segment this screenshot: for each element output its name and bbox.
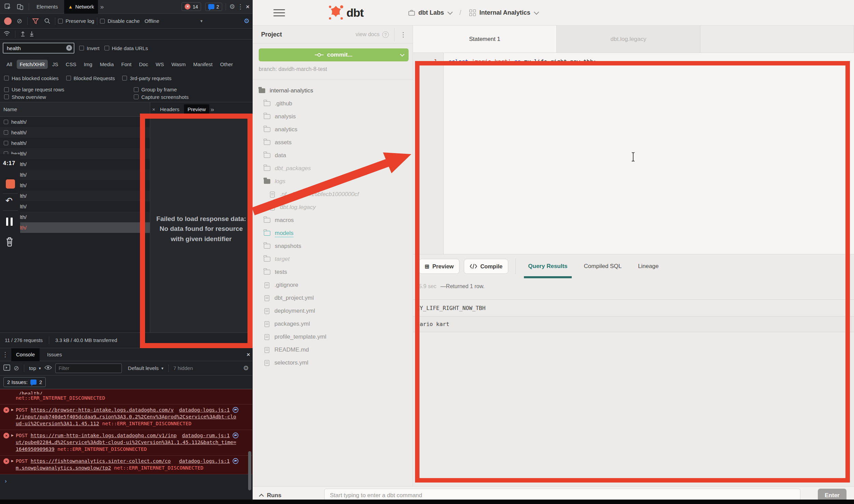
console-sidebar-icon[interactable] [3,365,10,372]
error-source-link[interactable]: datadog-logs.js:1 [179,406,230,413]
request-row[interactable]: health/ [0,117,150,127]
account-switcher[interactable]: dbt Labs / Internal Analytics [408,9,538,17]
expand-triangle-icon[interactable]: ▶ [11,406,14,413]
has-blocked-cookies-checkbox[interactable]: Has blocked cookies [4,75,59,81]
device-toolbar-icon[interactable] [15,2,25,12]
tree-item-internal-analytics[interactable]: internal-analytics [253,84,413,97]
console-filter-input[interactable] [55,364,122,373]
tree-item-assets[interactable]: assets [253,136,413,149]
kebab-menu-icon[interactable]: ⋮ [237,3,244,11]
preview-button[interactable]: ⊞ Preview [419,259,459,274]
issue-info-icon[interactable] [232,407,239,413]
tree-item-packages-yml[interactable]: packages.yml [253,317,413,330]
tree-item-snapshots[interactable]: snapshots [253,240,413,253]
tree-item-dbt-log-legacy[interactable]: dbt.log.legacy [253,201,413,214]
preserve-log-checkbox[interactable]: Preserve log [58,18,94,24]
hamburger-menu-icon[interactable] [273,9,285,16]
console-error[interactable]: × ▶ datadog-rum.js:1 POST https://rum-ht… [0,430,252,456]
runs-toggle[interactable]: Runs [260,492,282,499]
results-row[interactable]: mario kart [413,316,854,332]
tree-item-github[interactable]: .github [253,97,413,110]
tree-item-deployment-yml[interactable]: deployment.yml [253,305,413,317]
use-large-rows-checkbox[interactable]: Use large request rows [4,87,64,92]
stop-recording-button[interactable] [6,179,15,189]
tab-statement-1[interactable]: Statement 1 [413,26,557,53]
tab-elements[interactable]: Elements [32,0,62,14]
chip-img[interactable]: Img [81,60,95,69]
expand-triangle-icon[interactable]: ▶ [11,432,14,439]
request-name-header[interactable]: Name [0,102,150,117]
chip-wasm[interactable]: Wasm [168,60,189,69]
chip-all[interactable]: All [3,60,15,69]
tree-item-readme-md[interactable]: README.md [253,343,413,356]
close-console-icon[interactable]: × [246,351,250,358]
request-row[interactable]: health/ [0,201,150,212]
invert-checkbox[interactable]: Invert [79,45,100,51]
group-by-frame-checkbox[interactable]: Group by frame [134,87,177,92]
throttling-dropdown-icon[interactable]: ▾ [200,18,203,24]
console-error[interactable]: × ▶ datadog-logs.js:1 POST https://fisht… [0,456,252,474]
sql-editor[interactable]: 1 select 'mario kart' as my_life_right_n… [413,53,854,254]
tab-lineage[interactable]: Lineage [630,254,667,278]
clear-console-icon[interactable]: ⊘ [14,364,19,372]
project-kebab-icon[interactable]: ⋮ [394,28,408,41]
disable-cache-checkbox[interactable]: Disable cache [100,18,140,24]
tree-item-dbt-packages[interactable]: dbt_packages [253,162,413,175]
expand-triangle-icon[interactable]: ▶ [11,458,14,464]
compile-button[interactable]: Compile [464,259,508,274]
blocked-requests-checkbox[interactable]: Blocked Requests [66,75,115,81]
request-row[interactable]: health/ [0,191,150,201]
error-source-link[interactable]: datadog-rum.js:1 [182,432,230,439]
console-kebab-icon[interactable]: ⋮ [2,351,9,358]
record-icon[interactable] [3,16,13,26]
chip-fetch-xhr[interactable]: Fetch/XHR [17,60,48,69]
tree-item-gitignore[interactable]: .gitignore [253,279,413,292]
tab-dbt-log-legacy[interactable]: dbt.log.legacy [557,26,700,53]
chip-doc[interactable]: Doc [136,60,151,69]
tree-item-profile-template-yml[interactable]: profile_template.yml [253,330,413,343]
network-conditions-icon[interactable] [3,31,10,37]
request-checkbox[interactable] [4,120,8,124]
issue-info-icon[interactable] [232,458,239,464]
commit-dropdown-icon[interactable] [400,52,404,57]
tree-item-tests[interactable]: tests [253,266,413,279]
delete-recording-icon[interactable] [5,237,20,248]
code-line[interactable]: select 'mario kart' as my_life_right_now… [444,53,596,254]
hide-data-urls-checkbox[interactable]: Hide data URLs [104,45,148,51]
settings-gear-icon[interactable]: ⚙ [229,3,235,11]
more-tabs-icon[interactable]: » [100,3,104,11]
capture-screenshots-checkbox[interactable]: Capture screenshots [134,94,188,100]
throttling-select[interactable]: Offline [144,18,159,24]
restart-recording-icon[interactable]: ↶ [5,196,20,206]
request-row[interactable]: health/ [0,212,150,222]
tab-console[interactable]: Console [11,348,40,361]
chip-css[interactable]: CSS [63,60,80,69]
third-party-requests-checkbox[interactable]: 3rd-party requests [122,75,171,81]
export-har-icon[interactable] [29,31,34,38]
tree-item-analysis[interactable]: analysis [253,110,413,123]
tree-item-analytics[interactable]: analytics [253,123,413,136]
chip-font[interactable]: Font [118,60,134,69]
error-url-link[interactable]: …/health/ [16,391,43,395]
network-filter-input[interactable] [3,43,74,54]
close-detail-icon[interactable]: × [152,106,155,112]
more-detail-tabs-icon[interactable]: » [211,106,214,113]
error-source-link[interactable]: datadog-logs.js:1 [179,458,230,464]
clear-filter-icon[interactable]: × [66,45,72,51]
chip-manifest[interactable]: Manifest [190,60,216,69]
tab-preview[interactable]: Preview [184,104,209,114]
log-levels-select[interactable]: Default levels▾ [128,365,163,371]
chip-other[interactable]: Other [217,60,236,69]
issues-pill[interactable]: 2 Issues: 2 [3,377,46,387]
tree-item-target[interactable]: target [253,253,413,266]
close-devtools-icon[interactable]: × [246,3,250,11]
tab-issues[interactable]: Issues [42,348,67,361]
request-checkbox[interactable] [4,130,8,135]
console-settings-gear-icon[interactable]: ⚙ [243,364,249,372]
network-conditions-gear-icon[interactable]: ⚙ [244,17,250,25]
chip-js[interactable]: JS [49,60,61,69]
issue-info-icon[interactable] [232,432,239,439]
chip-media[interactable]: Media [97,60,117,69]
console-scrollbar[interactable] [248,451,251,490]
commit-button[interactable]: commit... [259,48,409,61]
